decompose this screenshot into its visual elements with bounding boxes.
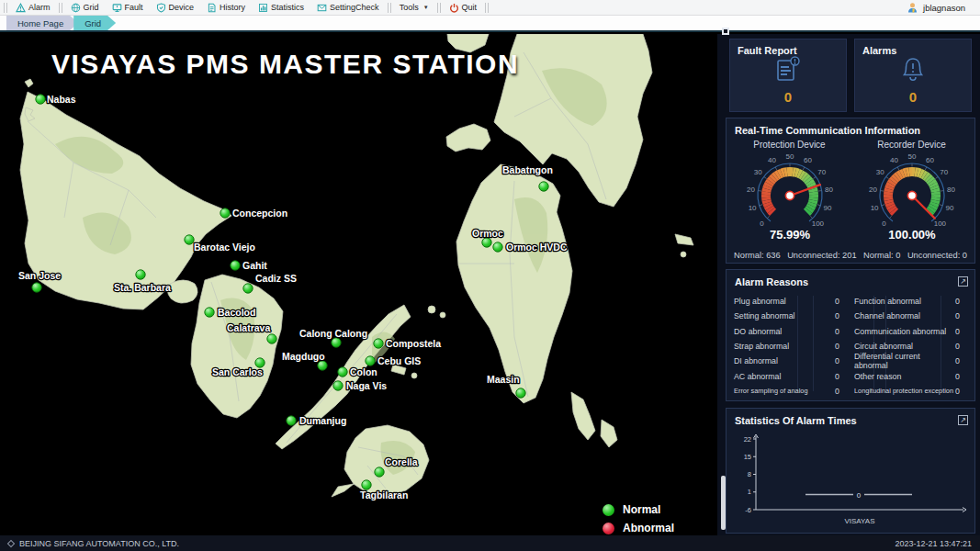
island-guimaras: [167, 280, 197, 303]
reason-row-di-abnormal: DI abnormal0: [734, 354, 847, 368]
station-magdugo[interactable]: Magdugo: [282, 351, 327, 370]
island-leyte: [456, 164, 572, 403]
station-label: Ormoc HVDC: [506, 242, 568, 253]
toolbar-separator: [4, 3, 7, 13]
alarm-reasons-expand-icon[interactable]: [958, 276, 968, 287]
main-area: NabasConcepcionBarotac ViejoGahitCadiz S…: [0, 34, 980, 535]
reason-count: 0: [955, 311, 967, 320]
globe-icon: [71, 3, 81, 13]
reason-row-longitudinal-protection-exception: Longitudinal protection exception0: [854, 384, 967, 399]
reason-label: Setting abnormal: [734, 311, 795, 320]
fault-report-card[interactable]: Fault Report 0: [729, 39, 847, 112]
toolbar-separator: [388, 3, 391, 13]
reason-count: 0: [955, 327, 967, 336]
alarms-card[interactable]: Alarms 0: [854, 39, 972, 112]
reason-count: 0: [835, 342, 847, 351]
reason-label: Error sampling of analog: [734, 387, 808, 395]
reason-row-ac-abnormal: AC abnormal0: [734, 368, 847, 383]
toolbar-item-grid[interactable]: Grid: [64, 0, 106, 15]
toolbar-item-settingcheck[interactable]: SettingCheck: [310, 0, 386, 15]
toolbar-item-history[interactable]: History: [200, 0, 252, 15]
reason-row-communication-abnormal: Communication abnormal0: [854, 324, 967, 339]
toolbar-item-label: Quit: [462, 3, 478, 12]
reason-row-strap-abnormal: Strap abnormal0: [734, 339, 847, 354]
toolbar-separator: [485, 3, 489, 13]
svg-text:70: 70: [940, 168, 948, 176]
reason-label: AC abnormal: [734, 372, 781, 381]
toolbar: AlarmGridFaultDeviceHistoryStatisticsSet…: [0, 0, 980, 16]
station-label: Babatngon: [502, 164, 553, 175]
reason-label: DI abnormal: [734, 356, 778, 365]
svg-text:8: 8: [748, 470, 751, 478]
alarm-statistics-expand-icon[interactable]: [958, 415, 968, 425]
tab-grid[interactable]: Grid: [73, 16, 116, 30]
toolbar-item-tools[interactable]: Tools▼: [393, 0, 435, 15]
station-label: Dumanjug: [299, 415, 346, 426]
svg-text:40: 40: [768, 156, 776, 164]
svg-text:60: 60: [926, 156, 934, 164]
chevron-down-icon: ▼: [423, 5, 429, 10]
island-biliran: [446, 124, 490, 152]
legend-label: Abnormal: [623, 522, 674, 534]
station-label: Calatrava: [227, 322, 270, 333]
station-label: San Jose: [18, 270, 61, 281]
user-info[interactable]: jblagnason: [907, 2, 965, 14]
tab-home-page[interactable]: Home Page: [6, 16, 78, 30]
alarm-bell-icon: [899, 55, 927, 84]
islet-southeast: [601, 420, 617, 447]
reason-label: Other reason: [854, 372, 901, 381]
power-icon: [449, 3, 459, 13]
svg-text:10: 10: [870, 204, 878, 212]
toolbar-item-label: SettingCheck: [330, 3, 379, 12]
svg-text:0: 0: [857, 491, 862, 500]
toolbar-item-device[interactable]: Device: [150, 0, 201, 15]
reason-count: 0: [835, 372, 847, 381]
stat-unconnected: Unconnected: 0: [907, 251, 967, 260]
svg-text:10: 10: [748, 204, 756, 212]
user-avatar-icon: [907, 2, 918, 14]
svg-text:100: 100: [811, 219, 824, 228]
toolbar-item-statistics[interactable]: Statistics: [252, 0, 310, 15]
svg-text:80: 80: [947, 186, 955, 194]
toolbar-item-quit[interactable]: Quit: [443, 0, 484, 15]
document-icon: [207, 3, 217, 13]
status-bar: BEIJING SIFANG AUTOMATION CO., LTD. 2023…: [0, 535, 980, 551]
station-nabas[interactable]: Nabas: [36, 94, 76, 105]
station-cadiz-ss[interactable]: Cadiz SS: [243, 273, 297, 293]
monitor-icon: [112, 3, 122, 13]
map-viewport[interactable]: NabasConcepcionBarotac ViejoGahitCadiz S…: [0, 34, 717, 535]
svg-text:15: 15: [744, 453, 751, 461]
reason-row-function-abnormal: Function abnormal0: [854, 294, 967, 309]
station-colon[interactable]: Colon: [338, 366, 377, 377]
station-label: Ormoc: [472, 228, 503, 239]
station-calong-calong[interactable]: Calong Calong: [299, 328, 367, 347]
toolbar-item-alarm[interactable]: Alarm: [9, 0, 57, 15]
status-datetime: 2023-12-21 13:47:21: [895, 539, 972, 548]
toolbar-item-fault[interactable]: Fault: [106, 0, 150, 15]
svg-text:40: 40: [890, 156, 898, 164]
legend-row-abnormal: Abnormal: [603, 522, 674, 534]
alarm-times-chart: 221581-60VISAYAS: [727, 431, 974, 532]
tab-bar: Home PageGrid: [0, 16, 980, 32]
gauge-percentage: 75.99%: [769, 228, 810, 242]
reason-count: 0: [955, 356, 967, 365]
station-naga-vis[interactable]: Naga Vis: [333, 380, 388, 391]
alarm-reasons-title: Alarm Reasons: [727, 270, 974, 290]
legend-label: Normal: [623, 503, 660, 516]
station-label: Corella: [385, 456, 418, 467]
stat-normal: Normal: 0: [863, 251, 900, 260]
station-gahit[interactable]: Gahit: [231, 260, 268, 271]
svg-text:80: 80: [825, 186, 833, 194]
reason-count: 0: [955, 372, 967, 381]
right-panel: Fault Report 0 Alarms: [717, 34, 980, 535]
station-label: Magdugo: [282, 351, 325, 362]
reason-row-do-abnormal: DO abnormal0: [734, 324, 847, 339]
station-bacolod[interactable]: Bacolod: [205, 307, 256, 318]
gauge-dial: 010203040506070809010075.99%: [731, 150, 849, 245]
panel-collapse-icon[interactable]: [722, 28, 729, 35]
alarm-reasons-table: Plug abnormal0Setting abnormal0DO abnorm…: [727, 290, 974, 399]
reason-row-plug-abnormal: Plug abnormal0: [734, 294, 847, 309]
toolbar-separator: [437, 3, 441, 13]
alarm-statistics-title: Statistics Of Alarm Times: [727, 409, 974, 429]
reason-label: Strap abnormal: [734, 342, 789, 351]
